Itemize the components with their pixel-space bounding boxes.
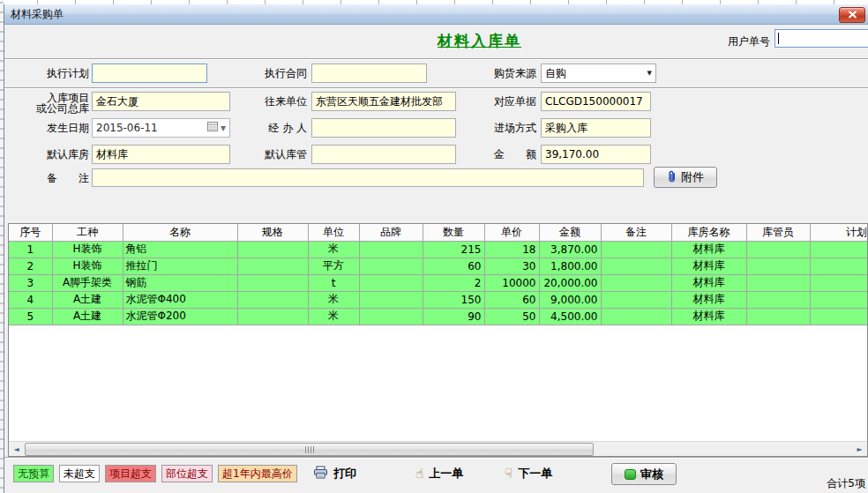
- column-header[interactable]: 库房名称: [671, 224, 746, 241]
- table-cell: 角铝: [123, 241, 237, 258]
- paperclip-icon: [667, 170, 677, 185]
- table-cell: 推拉门: [123, 258, 237, 274]
- table-cell: [810, 308, 868, 325]
- table-cell: 90: [423, 308, 484, 325]
- table-cell: 4,500.00: [539, 308, 601, 325]
- handler-label: 经 办 人: [251, 118, 307, 138]
- handler-input[interactable]: [311, 118, 456, 138]
- attachment-button[interactable]: 附件: [654, 167, 717, 188]
- table-cell: 20,000.00: [539, 274, 601, 291]
- table-cell: [601, 241, 671, 258]
- table-cell: 材料库: [671, 291, 746, 308]
- window-titlebar[interactable]: 材料采购单: [4, 4, 868, 25]
- table-row[interactable]: 3A脚手架类钢筋t21000020,000.00材料库: [9, 274, 868, 291]
- table-cell: [237, 258, 308, 274]
- column-header[interactable]: 序号: [9, 224, 52, 241]
- exec-contract-input[interactable]: [311, 63, 427, 83]
- table-cell: 50: [484, 308, 539, 325]
- default-warehouse-input[interactable]: [92, 145, 230, 164]
- column-header[interactable]: 备注: [601, 224, 671, 241]
- column-header[interactable]: 规格: [237, 224, 308, 241]
- status-badge: 部位超支: [161, 465, 213, 482]
- column-header[interactable]: 名称: [123, 224, 237, 241]
- exec-plan-label: 执行计划: [26, 63, 89, 83]
- close-button[interactable]: [839, 7, 865, 23]
- next-record-button[interactable]: ☟ 下一单: [505, 466, 552, 482]
- status-badge: 超1年内最高价: [218, 465, 297, 482]
- column-header[interactable]: 计划项目: [810, 224, 868, 241]
- status-badge: 项目超支: [105, 465, 156, 482]
- audit-button[interactable]: 审核: [611, 463, 677, 485]
- table-cell: 4: [9, 291, 52, 308]
- previous-record-button[interactable]: ☝ 上一单: [415, 466, 463, 482]
- table-cell: [359, 241, 423, 258]
- table-cell: 3: [9, 274, 52, 291]
- chevron-down-icon: ▼: [647, 70, 652, 77]
- project-label: 入库项目 或公司总库: [26, 93, 89, 114]
- table-cell: [810, 258, 868, 274]
- table-cell: 1: [9, 241, 52, 258]
- audit-green-icon: [625, 469, 636, 480]
- table-cell: A土建: [52, 291, 123, 308]
- table-cell: H装饰: [52, 258, 123, 274]
- date-picker[interactable]: 2015-06-11 ▾: [92, 118, 230, 138]
- purchase-source-value: 自购: [545, 66, 566, 81]
- audit-label: 审核: [640, 467, 663, 482]
- table-cell: [810, 274, 868, 291]
- table-cell: A土建: [52, 308, 123, 325]
- horizontal-scrollbar[interactable]: ◄ ►: [9, 441, 867, 456]
- entry-mode-input[interactable]: [541, 118, 651, 138]
- table-cell: [601, 274, 671, 291]
- default-keeper-input[interactable]: [311, 145, 456, 164]
- table-cell: [237, 291, 308, 308]
- counterparty-input[interactable]: [311, 92, 456, 111]
- print-label: 打印: [333, 466, 356, 482]
- print-button[interactable]: 打印: [313, 466, 356, 482]
- date-dropdown-icon: ▾: [221, 122, 226, 134]
- hand-up-icon: ☝: [415, 466, 423, 482]
- date-label: 发生日期: [26, 118, 89, 138]
- table-cell: 水泥管Φ200: [123, 308, 237, 325]
- table-cell: [359, 274, 423, 291]
- remark-input[interactable]: [92, 168, 644, 187]
- column-header[interactable]: 数量: [423, 224, 484, 241]
- total-count: 合计5项: [827, 476, 865, 491]
- exec-plan-input[interactable]: [92, 63, 207, 83]
- table-header-row: 序号工种名称规格单位品牌数量单价金额备注库房名称库管员计划项目: [9, 224, 868, 241]
- amount-input[interactable]: [541, 145, 651, 164]
- ref-doc-input[interactable]: [541, 92, 651, 111]
- amount-label: 金 额: [473, 145, 536, 164]
- table-cell: 1,800.00: [539, 258, 601, 274]
- scroll-right-button[interactable]: ►: [852, 442, 867, 457]
- table-cell: [237, 241, 308, 258]
- next-record-label: 下一单: [518, 466, 552, 482]
- material-purchase-window: 材料采购单 材料入库单 用户单号 执行计划 执行合同 购货来源 自购 ▼ 入库项…: [4, 4, 868, 493]
- table-row[interactable]: 4A土建水泥管Φ400米150609,000.00材料库: [9, 291, 868, 308]
- purchase-source-select[interactable]: 自购 ▼: [541, 63, 656, 83]
- table-cell: [810, 241, 868, 258]
- column-header[interactable]: 单位: [308, 224, 359, 241]
- table-cell: [746, 274, 810, 291]
- column-header[interactable]: 品牌: [359, 224, 423, 241]
- table-cell: [746, 308, 810, 325]
- window-title: 材料采购单: [11, 7, 64, 22]
- table-cell: [359, 308, 423, 325]
- user-no-input[interactable]: [774, 29, 868, 48]
- column-header[interactable]: 单价: [484, 224, 539, 241]
- table-cell: 水泥管Φ400: [123, 291, 237, 308]
- scrollbar-thumb[interactable]: [25, 443, 594, 456]
- table-cell: [746, 258, 810, 274]
- scroll-left-button[interactable]: ◄: [9, 442, 24, 457]
- table-cell: 150: [423, 291, 484, 308]
- column-header[interactable]: 工种: [52, 224, 123, 241]
- table-cell: [601, 258, 671, 274]
- table-cell: 米: [308, 308, 359, 325]
- table-row[interactable]: 2H装饰推拉门平方60301,800.00材料库: [9, 258, 868, 274]
- user-no-label: 用户单号: [707, 32, 770, 51]
- column-header[interactable]: 库管员: [746, 224, 810, 241]
- column-header[interactable]: 金额: [539, 224, 601, 241]
- project-input[interactable]: [92, 92, 230, 111]
- table-row[interactable]: 1H装饰角铝米215183,870.00材料库: [9, 241, 868, 258]
- table-cell: 米: [308, 291, 359, 308]
- table-row[interactable]: 5A土建水泥管Φ200米90504,500.00材料库: [9, 308, 868, 325]
